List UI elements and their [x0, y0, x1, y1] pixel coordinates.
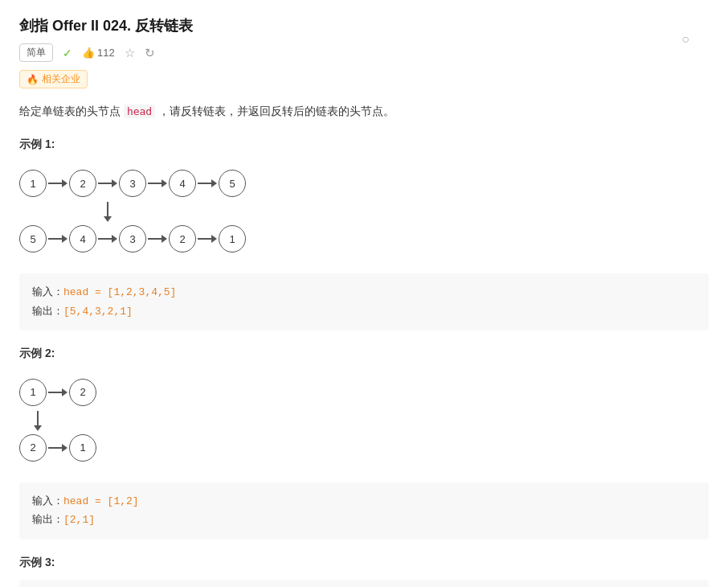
- arrow-2-1: [48, 388, 67, 396]
- arrow-1: [48, 179, 67, 187]
- node-r5: 1: [219, 225, 246, 252]
- backward-row-2: 2 1: [19, 434, 709, 462]
- down-arrow-inner-1: [104, 202, 112, 222]
- node-r1: 5: [19, 225, 47, 252]
- node-2-2: 2: [69, 379, 96, 406]
- example-2: 示例 2: 1 2 2 1 输入：head = [1,2]: [19, 347, 709, 540]
- example-2-output-value: [2,1]: [63, 514, 95, 526]
- example-2-input-label: 输入：: [32, 495, 63, 507]
- example-2-output-line: 输出：[2,1]: [32, 511, 696, 529]
- example-1-input-label: 输入：: [32, 286, 63, 298]
- node-2-1: 1: [19, 379, 47, 406]
- thumbs-up-icon: 👍: [82, 47, 95, 59]
- example-1-output-label: 输出：: [32, 306, 63, 318]
- node-5: 5: [219, 170, 246, 197]
- arrow-r3: [148, 235, 167, 243]
- example-1-output-line: 输出：[5,4,3,2,1]: [32, 302, 696, 321]
- arrow-2: [98, 179, 117, 187]
- backward-row-1: 5 4 3 2 1: [19, 225, 709, 252]
- example-3: 示例 3: 输入：head = [] 输出：[]: [19, 556, 709, 587]
- example-1: 示例 1: 1 2 3 4 5: [19, 138, 709, 330]
- down-arrow-1: [19, 202, 709, 222]
- page-title: 剑指 Offer II 024. 反转链表: [19, 16, 709, 35]
- example-2-code: 输入：head = [1,2] 输出：[2,1]: [19, 482, 709, 540]
- node-2: 2: [69, 170, 96, 197]
- node-2-r1: 2: [19, 434, 47, 462]
- node-3: 3: [119, 170, 146, 197]
- example-1-title: 示例 1:: [19, 138, 709, 152]
- example-1-diagram: 1 2 3 4 5 5 4: [19, 162, 709, 265]
- example-2-title: 示例 2:: [19, 347, 709, 361]
- example-2-diagram: 1 2 2 1: [19, 371, 709, 474]
- vline-2: [37, 411, 39, 425]
- arrow-3: [148, 179, 167, 187]
- example-2-input-line: 输入：head = [1,2]: [32, 492, 696, 511]
- forward-row-2: 1 2: [19, 379, 709, 406]
- node-r2: 4: [69, 225, 96, 252]
- toolbar: 简单 ✓ 👍 112 ☆ ↻: [19, 43, 709, 62]
- company-tag[interactable]: 🔥 相关企业: [19, 70, 88, 88]
- example-1-input-line: 输入：head = [1,2,3,4,5]: [32, 283, 696, 302]
- check-icon[interactable]: ✓: [63, 47, 72, 60]
- like-number: 112: [97, 47, 115, 59]
- vline-1: [107, 202, 108, 216]
- company-tag-label: 相关企业: [42, 72, 80, 86]
- node-r4: 2: [169, 225, 196, 252]
- arrow-r1: [48, 235, 67, 243]
- forward-row-1: 1 2 3 4 5: [19, 170, 709, 197]
- node-1: 1: [19, 170, 47, 197]
- head-code: head: [124, 105, 155, 118]
- refresh-icon[interactable]: ↻: [145, 46, 155, 60]
- arrow-r4: [198, 235, 217, 243]
- star-icon[interactable]: ☆: [125, 46, 135, 60]
- node-4: 4: [169, 170, 196, 197]
- example-2-input-value: head = [1,2]: [63, 495, 139, 507]
- like-count: 👍 112: [82, 47, 115, 59]
- arrow-r2: [98, 235, 117, 243]
- example-1-input-value: head = [1,2,3,4,5]: [63, 286, 176, 298]
- node-r3: 3: [119, 225, 146, 252]
- example-1-code: 输入：head = [1,2,3,4,5] 输出：[5,4,3,2,1]: [19, 273, 709, 330]
- example-2-output-label: 输出：: [32, 514, 63, 526]
- problem-description: 给定单链表的头节点 head ，请反转链表，并返回反转后的链表的头节点。: [19, 101, 709, 121]
- node-2-r2: 1: [69, 434, 96, 462]
- example-3-code: 输入：head = [] 输出：[]: [19, 580, 709, 587]
- arrow-4: [198, 179, 217, 187]
- example-1-output-value: [5,4,3,2,1]: [63, 306, 133, 318]
- vtip-1: [104, 216, 112, 222]
- fire-icon: 🔥: [27, 74, 39, 85]
- down-arrow-2: [19, 411, 709, 431]
- difficulty-tag[interactable]: 简单: [19, 43, 53, 62]
- settings-icon[interactable]: ○: [681, 32, 689, 47]
- example-3-title: 示例 3:: [19, 556, 709, 570]
- vtip-2: [34, 425, 42, 431]
- arrow-2-r1: [48, 444, 67, 452]
- down-arrow-inner-2: [34, 411, 42, 431]
